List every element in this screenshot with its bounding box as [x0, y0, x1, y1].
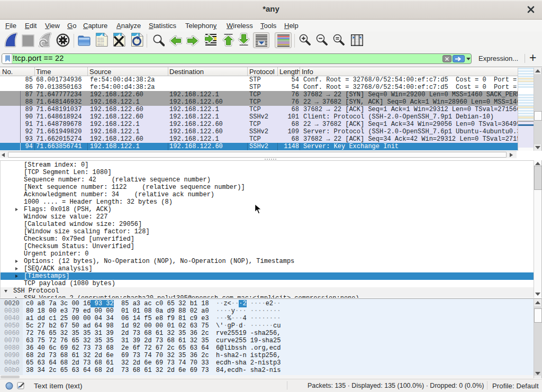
- svg-text:0011: 0011: [97, 43, 104, 47]
